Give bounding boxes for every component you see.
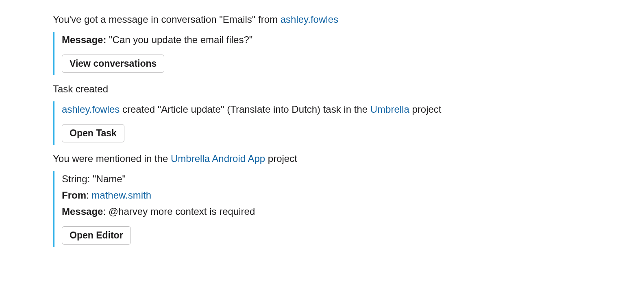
- notification-header: You were mentioned in the Umbrella Andro…: [53, 151, 591, 166]
- attachment-block: ashley.fowles created "Article update" (…: [53, 101, 591, 145]
- message-line: Message: "Can you update the email files…: [62, 33, 591, 47]
- message-text: @harvey more context is required: [109, 206, 255, 217]
- message-line: Message: @harvey more context is require…: [62, 204, 591, 219]
- message-label: Message: [62, 206, 103, 217]
- message-text: "Can you update the email files?": [106, 34, 252, 45]
- task-line: ashley.fowles created "Article update" (…: [62, 102, 591, 117]
- from-sep: :: [86, 190, 91, 201]
- header-suffix: project: [265, 153, 297, 164]
- string-line: String: "Name": [62, 172, 591, 186]
- string-label: String:: [62, 173, 93, 184]
- from-line: From: mathew.smith: [62, 188, 591, 203]
- user-link[interactable]: mathew.smith: [91, 190, 151, 201]
- attachment-block: String: "Name" From: mathew.smith Messag…: [53, 171, 591, 247]
- notification-header: Task created: [53, 82, 591, 96]
- project-link[interactable]: Umbrella: [370, 104, 409, 115]
- project-link[interactable]: Umbrella Android App: [171, 153, 265, 164]
- task-mid-text: created "Article update" (Translate into…: [120, 104, 370, 115]
- attachment-block: Message: "Can you update the email files…: [53, 32, 591, 75]
- message-sep: :: [103, 206, 108, 217]
- notification-mention: You were mentioned in the Umbrella Andro…: [53, 151, 591, 247]
- open-task-button[interactable]: Open Task: [62, 124, 124, 142]
- header-prefix: You were mentioned in the: [53, 153, 171, 164]
- header-text: You've got a message in conversation "Em…: [53, 14, 281, 25]
- notification-message: You've got a message in conversation "Em…: [53, 12, 591, 75]
- string-value: "Name": [93, 173, 126, 184]
- open-editor-button[interactable]: Open Editor: [62, 226, 131, 245]
- user-link[interactable]: ashley.fowles: [62, 104, 120, 115]
- from-label: From: [62, 190, 86, 201]
- view-conversations-button[interactable]: View conversations: [62, 55, 164, 73]
- task-suffix: project: [409, 104, 442, 115]
- message-label: Message:: [62, 34, 106, 45]
- notification-header: You've got a message in conversation "Em…: [53, 12, 591, 27]
- user-link[interactable]: ashley.fowles: [281, 14, 338, 25]
- notification-task-created: Task created ashley.fowles created "Arti…: [53, 82, 591, 145]
